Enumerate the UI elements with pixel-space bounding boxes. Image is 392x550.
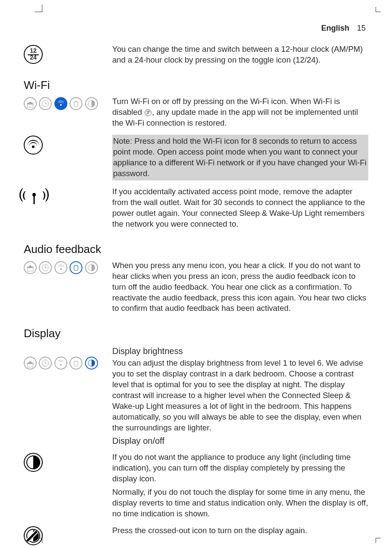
home-icon bbox=[24, 261, 37, 274]
crop-mark bbox=[35, 4, 42, 12]
wifi-icon bbox=[54, 357, 67, 370]
clock-icon bbox=[39, 357, 52, 370]
touch-feedback-icon bbox=[70, 261, 82, 274]
display-onoff-p3: Press the crossed-out icon to turn on th… bbox=[112, 525, 368, 536]
clock-description: You can change the time and switch betwe… bbox=[112, 44, 368, 66]
wifi-heading: Wi-Fi bbox=[24, 79, 368, 92]
wifi-disabled-icon bbox=[145, 109, 152, 116]
crop-mark bbox=[376, 538, 383, 546]
menu-icon-row-display bbox=[24, 345, 112, 370]
display-contrast-icon bbox=[85, 261, 98, 274]
wifi-paragraph-2: If you accidentally activated access poi… bbox=[112, 186, 368, 230]
icon-text-24: 24 bbox=[25, 54, 42, 61]
touch-feedback-icon bbox=[70, 97, 82, 110]
page-header: English 15 bbox=[24, 24, 366, 33]
display-contrast-icon bbox=[85, 357, 98, 370]
clock-12-24-icon: 12 24 bbox=[24, 45, 43, 64]
display-onoff-p1: If you do not want the appliance to prod… bbox=[112, 452, 368, 484]
wifi-icon bbox=[54, 261, 67, 274]
page-number: 15 bbox=[357, 24, 366, 33]
display-contrast-icon bbox=[85, 97, 98, 110]
home-icon bbox=[24, 357, 37, 370]
display-heading: Display bbox=[24, 327, 368, 340]
display-off-icon bbox=[24, 526, 43, 545]
home-icon bbox=[24, 97, 37, 110]
crop-mark bbox=[376, 4, 383, 12]
display-brightness-paragraph: You can adjust the display brightness fr… bbox=[112, 358, 368, 433]
manual-page: English 15 12 24 You can change the time… bbox=[0, 0, 392, 550]
touch-feedback-icon bbox=[70, 357, 82, 370]
display-onoff-subheading: Display on/off bbox=[112, 435, 368, 447]
language-label: English bbox=[321, 24, 349, 33]
wifi-paragraph-1: Turn Wi-Fi on or off by pressing on the … bbox=[112, 96, 368, 129]
display-on-icon bbox=[24, 453, 43, 472]
menu-icon-row-wifi bbox=[24, 96, 112, 110]
audio-paragraph: When you press any menu icon, you hear a… bbox=[112, 260, 368, 314]
access-point-icon bbox=[24, 187, 44, 206]
menu-icon-row-audio bbox=[24, 260, 112, 274]
display-brightness-subheading: Display brightness bbox=[112, 345, 368, 357]
display-onoff-p2: Normally, if you do not touch the displa… bbox=[112, 487, 368, 519]
wifi-large-icon bbox=[24, 136, 43, 155]
audio-heading: Audio feedback bbox=[24, 243, 368, 256]
wifi-icon bbox=[54, 97, 67, 110]
clock-icon bbox=[39, 97, 52, 110]
clock-icon bbox=[39, 261, 52, 274]
wifi-note: Note: Press and hold the Wi-Fi icon for … bbox=[112, 135, 368, 180]
